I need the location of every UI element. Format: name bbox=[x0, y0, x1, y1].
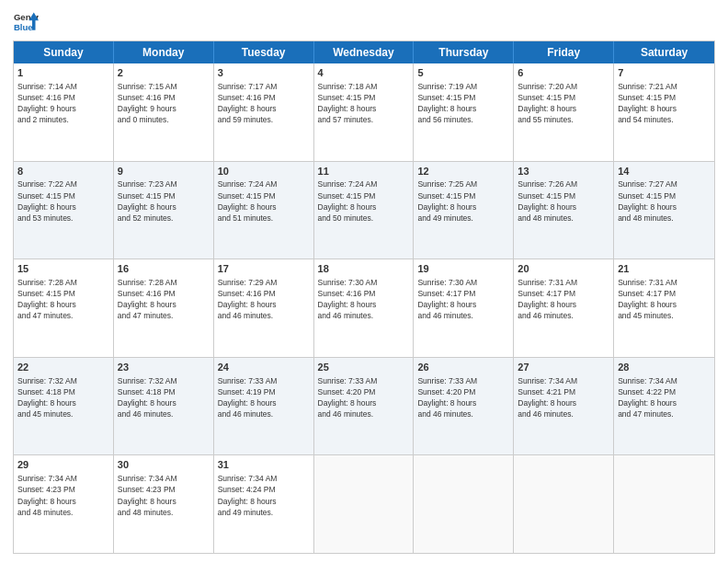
calendar-cell-9: 9Sunrise: 7:23 AM Sunset: 4:15 PM Daylig… bbox=[114, 162, 214, 259]
calendar: SundayMondayTuesdayWednesdayThursdayFrid… bbox=[13, 40, 715, 554]
day-info: Sunrise: 7:14 AM Sunset: 4:16 PM Dayligh… bbox=[17, 82, 77, 124]
day-info: Sunrise: 7:34 AM Sunset: 4:23 PM Dayligh… bbox=[17, 474, 77, 516]
header-day-sunday: Sunday bbox=[14, 41, 114, 63]
calendar-week-0: 1Sunrise: 7:14 AM Sunset: 4:16 PM Daylig… bbox=[14, 63, 714, 161]
day-info: Sunrise: 7:33 AM Sunset: 4:20 PM Dayligh… bbox=[318, 376, 378, 419]
day-info: Sunrise: 7:23 AM Sunset: 4:15 PM Dayligh… bbox=[118, 179, 177, 222]
svg-text:Blue: Blue bbox=[14, 22, 33, 32]
day-info: Sunrise: 7:34 AM Sunset: 4:24 PM Dayligh… bbox=[218, 474, 278, 516]
calendar-week-3: 22Sunrise: 7:32 AM Sunset: 4:18 PM Dayli… bbox=[14, 357, 714, 455]
calendar-cell-27: 27Sunrise: 7:34 AM Sunset: 4:21 PM Dayli… bbox=[514, 358, 614, 455]
day-number: 9 bbox=[118, 165, 210, 178]
day-number: 25 bbox=[318, 361, 410, 374]
header-day-thursday: Thursday bbox=[414, 41, 514, 63]
day-number: 23 bbox=[118, 361, 210, 374]
calendar-cell-25: 25Sunrise: 7:33 AM Sunset: 4:20 PM Dayli… bbox=[314, 358, 415, 455]
calendar-cell-11: 11Sunrise: 7:24 AM Sunset: 4:15 PM Dayli… bbox=[314, 162, 415, 259]
calendar-cell-31: 31Sunrise: 7:34 AM Sunset: 4:24 PM Dayli… bbox=[214, 455, 314, 553]
day-number: 8 bbox=[17, 165, 109, 178]
day-number: 31 bbox=[218, 458, 310, 472]
calendar-cell-28: 28Sunrise: 7:34 AM Sunset: 4:22 PM Dayli… bbox=[614, 358, 714, 455]
day-info: Sunrise: 7:30 AM Sunset: 4:17 PM Dayligh… bbox=[417, 278, 477, 320]
day-info: Sunrise: 7:31 AM Sunset: 4:17 PM Dayligh… bbox=[618, 278, 677, 320]
day-info: Sunrise: 7:22 AM Sunset: 4:15 PM Dayligh… bbox=[17, 179, 77, 222]
calendar-cell-13: 13Sunrise: 7:26 AM Sunset: 4:15 PM Dayli… bbox=[514, 162, 614, 259]
day-info: Sunrise: 7:17 AM Sunset: 4:16 PM Dayligh… bbox=[218, 82, 278, 124]
calendar-cell-empty bbox=[514, 455, 614, 553]
day-info: Sunrise: 7:18 AM Sunset: 4:15 PM Dayligh… bbox=[318, 82, 378, 124]
day-number: 12 bbox=[417, 165, 509, 178]
calendar-cell-23: 23Sunrise: 7:32 AM Sunset: 4:18 PM Dayli… bbox=[114, 358, 214, 455]
calendar-cell-5: 5Sunrise: 7:19 AM Sunset: 4:15 PM Daylig… bbox=[414, 63, 514, 161]
calendar-cell-15: 15Sunrise: 7:28 AM Sunset: 4:15 PM Dayli… bbox=[14, 259, 114, 357]
calendar-cell-26: 26Sunrise: 7:33 AM Sunset: 4:20 PM Dayli… bbox=[414, 358, 514, 455]
day-number: 5 bbox=[417, 66, 509, 80]
day-number: 10 bbox=[218, 165, 310, 178]
logo-icon: General Blue bbox=[13, 9, 39, 35]
day-number: 18 bbox=[318, 262, 410, 276]
calendar-cell-1: 1Sunrise: 7:14 AM Sunset: 4:16 PM Daylig… bbox=[14, 63, 114, 161]
day-number: 20 bbox=[518, 262, 609, 276]
day-info: Sunrise: 7:33 AM Sunset: 4:20 PM Dayligh… bbox=[417, 376, 477, 419]
day-info: Sunrise: 7:34 AM Sunset: 4:23 PM Dayligh… bbox=[118, 474, 177, 516]
day-info: Sunrise: 7:32 AM Sunset: 4:18 PM Dayligh… bbox=[17, 376, 77, 419]
day-number: 2 bbox=[118, 66, 210, 80]
calendar-cell-12: 12Sunrise: 7:25 AM Sunset: 4:15 PM Dayli… bbox=[414, 162, 514, 259]
day-info: Sunrise: 7:24 AM Sunset: 4:15 PM Dayligh… bbox=[218, 179, 278, 222]
day-info: Sunrise: 7:20 AM Sunset: 4:15 PM Dayligh… bbox=[518, 82, 577, 124]
day-info: Sunrise: 7:32 AM Sunset: 4:18 PM Dayligh… bbox=[118, 376, 177, 419]
day-number: 30 bbox=[118, 458, 210, 472]
day-number: 27 bbox=[518, 361, 609, 374]
calendar-cell-16: 16Sunrise: 7:28 AM Sunset: 4:16 PM Dayli… bbox=[114, 259, 214, 357]
day-info: Sunrise: 7:25 AM Sunset: 4:15 PM Dayligh… bbox=[417, 179, 477, 222]
calendar-cell-18: 18Sunrise: 7:30 AM Sunset: 4:16 PM Dayli… bbox=[314, 259, 415, 357]
day-number: 22 bbox=[17, 361, 109, 374]
calendar-week-1: 8Sunrise: 7:22 AM Sunset: 4:15 PM Daylig… bbox=[14, 161, 714, 259]
calendar-cell-4: 4Sunrise: 7:18 AM Sunset: 4:15 PM Daylig… bbox=[314, 63, 415, 161]
day-number: 7 bbox=[618, 66, 711, 80]
day-info: Sunrise: 7:19 AM Sunset: 4:15 PM Dayligh… bbox=[417, 82, 477, 124]
calendar-cell-21: 21Sunrise: 7:31 AM Sunset: 4:17 PM Dayli… bbox=[614, 259, 714, 357]
day-number: 6 bbox=[518, 66, 609, 80]
day-info: Sunrise: 7:26 AM Sunset: 4:15 PM Dayligh… bbox=[518, 179, 577, 222]
calendar-cell-empty bbox=[414, 455, 514, 553]
calendar-cell-14: 14Sunrise: 7:27 AM Sunset: 4:15 PM Dayli… bbox=[614, 162, 714, 259]
calendar-cell-empty bbox=[614, 455, 714, 553]
day-number: 1 bbox=[17, 66, 109, 80]
day-number: 13 bbox=[518, 165, 609, 178]
calendar-cell-19: 19Sunrise: 7:30 AM Sunset: 4:17 PM Dayli… bbox=[414, 259, 514, 357]
day-info: Sunrise: 7:28 AM Sunset: 4:15 PM Dayligh… bbox=[17, 278, 77, 320]
calendar-cell-2: 2Sunrise: 7:15 AM Sunset: 4:16 PM Daylig… bbox=[114, 63, 214, 161]
calendar-week-4: 29Sunrise: 7:34 AM Sunset: 4:23 PM Dayli… bbox=[14, 454, 714, 553]
day-info: Sunrise: 7:30 AM Sunset: 4:16 PM Dayligh… bbox=[318, 278, 378, 320]
calendar-cell-30: 30Sunrise: 7:34 AM Sunset: 4:23 PM Dayli… bbox=[114, 455, 214, 553]
calendar-cell-6: 6Sunrise: 7:20 AM Sunset: 4:15 PM Daylig… bbox=[514, 63, 614, 161]
day-info: Sunrise: 7:21 AM Sunset: 4:15 PM Dayligh… bbox=[618, 82, 677, 124]
day-number: 3 bbox=[218, 66, 310, 80]
day-number: 26 bbox=[417, 361, 509, 374]
header-day-tuesday: Tuesday bbox=[214, 41, 314, 63]
calendar-cell-17: 17Sunrise: 7:29 AM Sunset: 4:16 PM Dayli… bbox=[214, 259, 314, 357]
calendar-cell-10: 10Sunrise: 7:24 AM Sunset: 4:15 PM Dayli… bbox=[214, 162, 314, 259]
day-info: Sunrise: 7:24 AM Sunset: 4:15 PM Dayligh… bbox=[318, 179, 378, 222]
day-info: Sunrise: 7:34 AM Sunset: 4:21 PM Dayligh… bbox=[518, 376, 577, 419]
calendar-body: 1Sunrise: 7:14 AM Sunset: 4:16 PM Daylig… bbox=[14, 63, 714, 553]
header-day-saturday: Saturday bbox=[614, 41, 714, 63]
day-info: Sunrise: 7:34 AM Sunset: 4:22 PM Dayligh… bbox=[618, 376, 677, 419]
calendar-cell-20: 20Sunrise: 7:31 AM Sunset: 4:17 PM Dayli… bbox=[514, 259, 614, 357]
day-number: 28 bbox=[618, 361, 711, 374]
header-day-monday: Monday bbox=[114, 41, 214, 63]
day-number: 15 bbox=[17, 262, 109, 276]
day-number: 19 bbox=[417, 262, 509, 276]
calendar-header: SundayMondayTuesdayWednesdayThursdayFrid… bbox=[14, 41, 714, 63]
day-info: Sunrise: 7:31 AM Sunset: 4:17 PM Dayligh… bbox=[518, 278, 577, 320]
header: General Blue bbox=[13, 9, 715, 35]
calendar-cell-7: 7Sunrise: 7:21 AM Sunset: 4:15 PM Daylig… bbox=[614, 63, 714, 161]
day-number: 17 bbox=[218, 262, 310, 276]
day-info: Sunrise: 7:29 AM Sunset: 4:16 PM Dayligh… bbox=[218, 278, 278, 320]
calendar-cell-24: 24Sunrise: 7:33 AM Sunset: 4:19 PM Dayli… bbox=[214, 358, 314, 455]
day-number: 14 bbox=[618, 165, 711, 178]
header-day-wednesday: Wednesday bbox=[314, 41, 415, 63]
day-number: 29 bbox=[17, 458, 109, 472]
day-number: 16 bbox=[118, 262, 210, 276]
